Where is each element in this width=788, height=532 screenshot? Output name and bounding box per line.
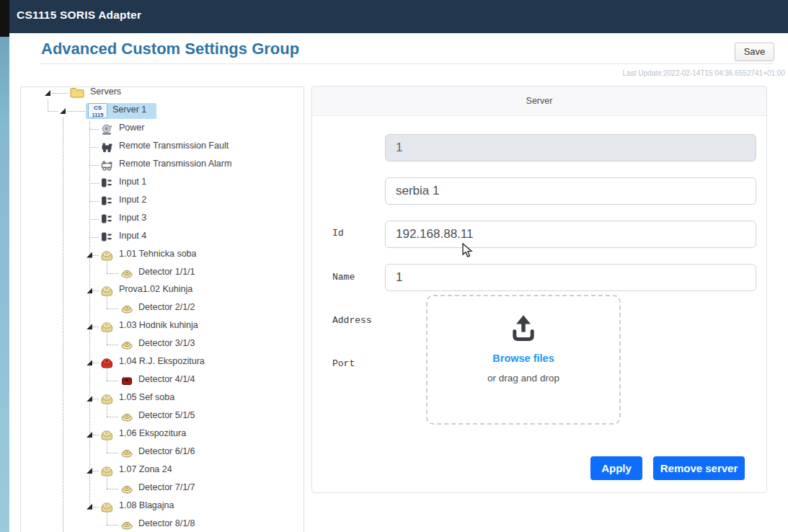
tree-item-detector-2-1-2[interactable]: Detector 2/1/2 bbox=[21, 300, 304, 317]
tree-item-label: 1.04 R.J. Ekspozitura bbox=[119, 356, 205, 366]
id-field bbox=[385, 134, 756, 161]
port-label: Port bbox=[332, 358, 383, 369]
tree-item-input-4[interactable]: Input 4 bbox=[21, 229, 304, 246]
browse-files-link[interactable]: Browse files bbox=[428, 353, 619, 364]
tree-item-input-2[interactable]: Input 2 bbox=[21, 192, 304, 210]
tree-item-label: 1.05 Sef soba bbox=[119, 392, 174, 402]
tree-connector bbox=[89, 147, 99, 148]
tree-item-remote-transmission-fault[interactable]: Remote Transmission Fault bbox=[21, 138, 304, 156]
tree-item-detector-5-1-5[interactable]: Detector 5/1/5 bbox=[21, 408, 304, 425]
title-divider bbox=[40, 63, 774, 64]
tree-item-detector-1-1-1[interactable]: Detector 1/1/1 bbox=[21, 265, 304, 282]
transmission-alarm-icon bbox=[100, 159, 114, 174]
tree-item-label: Power bbox=[119, 123, 144, 133]
id-label: Id bbox=[332, 228, 383, 239]
tree-connector bbox=[107, 440, 107, 453]
tree-connector bbox=[93, 399, 99, 399]
tree-item-server-1[interactable]: CS1115Server 1 bbox=[21, 102, 304, 120]
expander-toggle[interactable] bbox=[87, 504, 92, 510]
name-label: Name bbox=[332, 272, 383, 283]
tree-connector bbox=[48, 111, 58, 112]
tree-item-label: Input 4 bbox=[119, 231, 146, 241]
apply-button[interactable]: Apply bbox=[590, 456, 642, 480]
tree-connector bbox=[67, 111, 87, 112]
tree-connector bbox=[107, 513, 107, 525]
input-icon bbox=[100, 195, 112, 209]
corner-notch bbox=[0, 0, 9, 37]
expander-toggle[interactable] bbox=[87, 432, 92, 438]
tree-connector bbox=[93, 255, 99, 256]
input-icon bbox=[100, 213, 112, 227]
tree-item-1-03-hodnik-kuhinja[interactable]: 1.03 Hodnik kuhinja bbox=[21, 318, 304, 335]
tree-connector bbox=[93, 507, 99, 507]
tree-item-1-05-sef-soba[interactable]: 1.05 Sef soba bbox=[21, 390, 304, 407]
transmission-fault-icon bbox=[100, 141, 114, 156]
tree-item-detector-7-1-7[interactable]: Detector 7/1/7 bbox=[21, 480, 304, 497]
port-field[interactable] bbox=[385, 264, 756, 291]
expander-toggle[interactable] bbox=[87, 252, 92, 258]
tree-item-remote-transmission-alarm[interactable]: Remote Transmission Alarm bbox=[21, 156, 304, 174]
tree-item-input-1[interactable]: Input 1 bbox=[21, 174, 304, 192]
tree-item-detector-6-1-6[interactable]: Detector 6/1/6 bbox=[21, 444, 304, 461]
tree-item-label: 1.08 Blagajna bbox=[119, 500, 174, 510]
tree-connector bbox=[107, 332, 107, 345]
expander-toggle[interactable] bbox=[45, 90, 50, 96]
save-button[interactable]: Save bbox=[735, 43, 774, 61]
expander-toggle[interactable] bbox=[87, 468, 92, 474]
tree-connector bbox=[107, 489, 118, 489]
address-field[interactable] bbox=[385, 221, 756, 248]
tree-item-label: Prova1.02 Kuhinja bbox=[119, 284, 192, 294]
tree-connector bbox=[52, 93, 68, 94]
tree-connector bbox=[107, 296, 107, 309]
tree-connector bbox=[93, 471, 99, 471]
tree-item-label: 1.06 Ekspozitura bbox=[119, 428, 186, 438]
tree-connector bbox=[107, 404, 107, 417]
expander-toggle[interactable] bbox=[87, 324, 92, 329]
tree-item-label: Detector 1/1/1 bbox=[138, 267, 195, 277]
tree-panel: ServersCS1115Server 1PowerRemote Transmi… bbox=[20, 87, 304, 532]
tree-connector bbox=[93, 327, 99, 327]
input-icon bbox=[100, 231, 112, 245]
tree-item-prova1-02-kuhinja[interactable]: Prova1.02 Kuhinja bbox=[21, 282, 304, 299]
tree-item-1-08-blagajna[interactable]: 1.08 Blagajna bbox=[21, 498, 304, 515]
tree-connector bbox=[89, 165, 99, 166]
detector-icon bbox=[120, 483, 133, 497]
tree-item-power[interactable]: Power bbox=[21, 120, 304, 138]
tree-item-input-3[interactable]: Input 3 bbox=[21, 210, 304, 228]
tree-item-detector-3-1-3[interactable]: Detector 3/1/3 bbox=[21, 336, 304, 353]
tree-item-label: Input 1 bbox=[119, 177, 146, 187]
tree-connector bbox=[107, 381, 118, 381]
app-title: CS1115 SORIS Adapter bbox=[17, 9, 141, 22]
tree-item-detector-8-1-8[interactable]: Detector 8/1/8 bbox=[21, 516, 304, 532]
detector-icon bbox=[120, 303, 133, 316]
tree-connector bbox=[107, 476, 107, 489]
tree-item-servers[interactable]: Servers bbox=[21, 87, 304, 102]
tree-item-1-06-ekspozitura[interactable]: 1.06 Ekspozitura bbox=[21, 426, 304, 443]
tree-connector bbox=[89, 129, 99, 130]
upload-icon bbox=[509, 314, 538, 342]
tree-connector bbox=[89, 183, 99, 184]
tree-item-label: Detector 5/1/5 bbox=[138, 410, 195, 420]
expander-toggle[interactable] bbox=[87, 396, 92, 402]
expander-toggle[interactable] bbox=[87, 288, 92, 293]
folder-icon bbox=[70, 87, 84, 101]
tree-connector bbox=[93, 435, 99, 435]
tree-item-detector-4-1-4[interactable]: Detector 4/1/4 bbox=[21, 372, 304, 389]
expander-toggle[interactable] bbox=[87, 360, 92, 365]
tree-item-1-01-tehnicka-soba[interactable]: 1.01 Tehnicka soba bbox=[21, 247, 304, 264]
name-field[interactable] bbox=[385, 177, 756, 205]
tree-item-1-07-zona-24[interactable]: 1.07 Zona 24 bbox=[21, 462, 304, 479]
tree-item-label: Detector 2/1/2 bbox=[138, 302, 195, 312]
detector-icon bbox=[120, 339, 133, 353]
side-stripe bbox=[0, 37, 9, 532]
tree-connector bbox=[107, 368, 107, 381]
last-update-timestamp: Last Update:2022-02-14T15:04:36.6552741+… bbox=[623, 69, 785, 77]
tree-item-label: Servers bbox=[90, 87, 121, 97]
tree-item-label: Detector 3/1/3 bbox=[138, 338, 195, 348]
remove-server-button[interactable]: Remove server bbox=[653, 456, 745, 480]
expander-toggle[interactable] bbox=[60, 108, 66, 114]
svg-text:CS: CS bbox=[94, 105, 102, 111]
server-card: Server Id Name Address Port Browse files… bbox=[311, 86, 767, 493]
tree-item-1-04-r-j-ekspozitura[interactable]: 1.04 R.J. Ekspozitura bbox=[21, 354, 304, 371]
file-dropzone[interactable]: Browse files or drag and drop bbox=[426, 295, 621, 425]
